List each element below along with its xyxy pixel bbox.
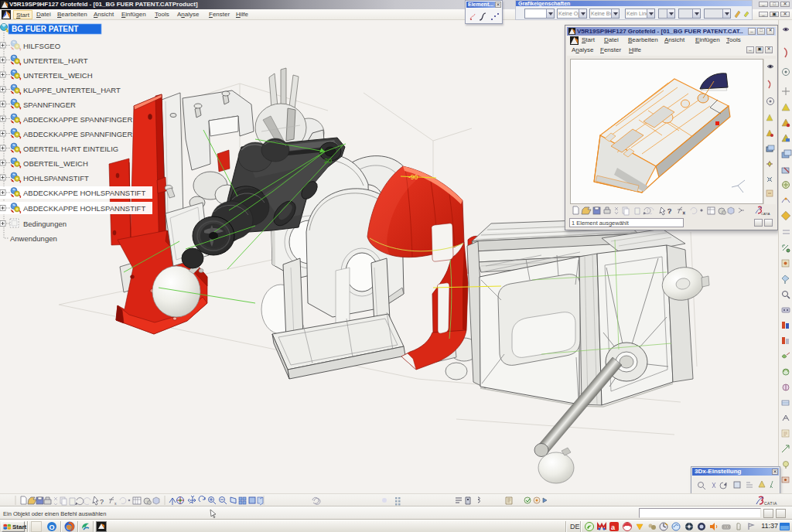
svg-text:OBERTEIL HART EINTEILIG: OBERTEIL HART EINTEILIG: [23, 145, 118, 153]
svg-text:CATIA: CATIA: [761, 212, 770, 216]
svg-text:HILFSGEO: HILFSGEO: [23, 42, 60, 50]
svg-text:OBERTEIL_WEICH: OBERTEIL_WEICH: [23, 159, 88, 168]
svg-text:HOHLSPANNSTIFT: HOHLSPANNSTIFT: [23, 174, 89, 182]
svg-text:BG FUER PATENT: BG FUER PATENT: [12, 25, 78, 33]
svg-text:KLAPPE_UNTERTEIL_HART: KLAPPE_UNTERTEIL_HART: [23, 86, 121, 94]
svg-text:O: O: [50, 523, 55, 531]
svg-text:CATIA: CATIA: [764, 501, 777, 506]
svg-text:?: ?: [100, 498, 104, 506]
svg-text:x: x: [683, 210, 685, 215]
svg-text:UNTERTEIL_HART: UNTERTEIL_HART: [23, 56, 88, 65]
svg-text:20: 20: [324, 157, 332, 165]
svg-text:UNTERTEIL_WEICH: UNTERTEIL_WEICH: [23, 71, 93, 80]
svg-text:SPANNFINGER: SPANNFINGER: [23, 101, 76, 109]
svg-text:ABDECKKAPPE HOHLSPANNSTIFT: ABDECKKAPPE HOHLSPANNSTIFT: [23, 189, 145, 197]
svg-text:a: a: [611, 523, 616, 531]
svg-text:Bedingungen: Bedingungen: [23, 220, 67, 228]
svg-text:?: ?: [667, 207, 671, 215]
svg-text:-90: -90: [408, 173, 418, 181]
svg-text:ABDECKKAPPE SPANNFINGER: ABDECKKAPPE SPANNFINGER: [23, 130, 132, 138]
svg-text:ABDECKKAPPE SPANNFINGER: ABDECKKAPPE SPANNFINGER: [23, 115, 132, 124]
svg-text:ABDECKKAPPE HOHLSPANNSTIFT: ABDECKKAPPE HOHLSPANNSTIFT: [23, 204, 145, 213]
svg-text:Anwendungen: Anwendungen: [10, 234, 57, 243]
